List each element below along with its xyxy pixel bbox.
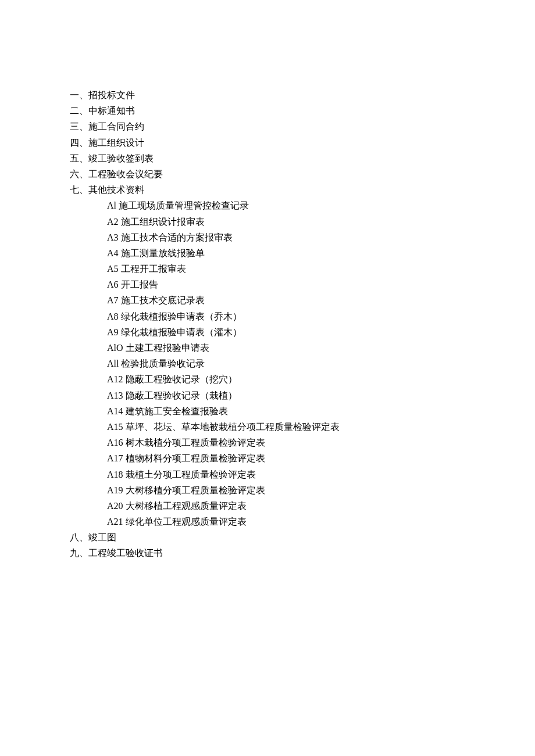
sub-item-a21: A21 绿化单位工程观感质量评定表 — [107, 514, 465, 529]
section-1: 一、招投标文件 — [70, 87, 465, 103]
sub-item-a18: A18 栽植土分项工程质量检验评定表 — [107, 467, 465, 482]
sub-item-a9: A9 绿化栽植报验申请表（灌木） — [107, 324, 465, 340]
sub-item-a19: A19 大树移植分项工程质量检验评定表 — [107, 482, 465, 498]
sub-item-a6: A6 开工报告 — [107, 277, 465, 292]
section-5: 五、竣工验收签到表 — [70, 151, 465, 166]
section-7-sublist: Al 施工现场质量管理管控检查记录 A2 施工组织设计报审表 A3 施工技术合适… — [70, 198, 465, 529]
sub-item-a3: A3 施工技术合适的方案报审表 — [107, 230, 465, 245]
sub-item-a11: All 检验批质量验收记录 — [107, 356, 465, 371]
sub-item-a1: Al 施工现场质量管理管控检查记录 — [107, 198, 465, 213]
sub-item-a17: A17 植物材料分项工程质量检验评定表 — [107, 450, 465, 466]
sub-item-a10: AlO 土建工程报验申请表 — [107, 340, 465, 356]
sub-item-a2: A2 施工组织设计报审表 — [107, 214, 465, 230]
section-9: 九、工程竣工验收证书 — [70, 545, 465, 561]
section-7: 七、其他技术资料 — [70, 182, 465, 198]
sub-item-a20: A20 大树移植工程观感质量评定表 — [107, 498, 465, 514]
section-8: 八、竣工图 — [70, 529, 465, 545]
sub-item-a15: A15 草坪、花坛、草本地被栽植分项工程质量检验评定表 — [107, 419, 465, 435]
sub-item-a12: A12 隐蔽工程验收记录（挖穴） — [107, 371, 465, 387]
section-2: 二、中标通知书 — [70, 103, 465, 119]
section-6: 六、工程验收会议纪要 — [70, 166, 465, 182]
sub-item-a16: A16 树木栽植分项工程质量检验评定表 — [107, 435, 465, 450]
sub-item-a13: A13 隐蔽工程验收记录（栽植） — [107, 388, 465, 403]
section-4: 四、施工组织设计 — [70, 135, 465, 151]
section-3: 三、施工合同合约 — [70, 119, 465, 134]
sub-item-a14: A14 建筑施工安全检查报验表 — [107, 403, 465, 419]
sub-item-a4: A4 施工测量放线报验单 — [107, 245, 465, 261]
sub-item-a7: A7 施工技术交底记录表 — [107, 292, 465, 308]
sub-item-a5: A5 工程开工报审表 — [107, 261, 465, 277]
sub-item-a8: A8 绿化栽植报验申请表（乔木） — [107, 309, 465, 324]
